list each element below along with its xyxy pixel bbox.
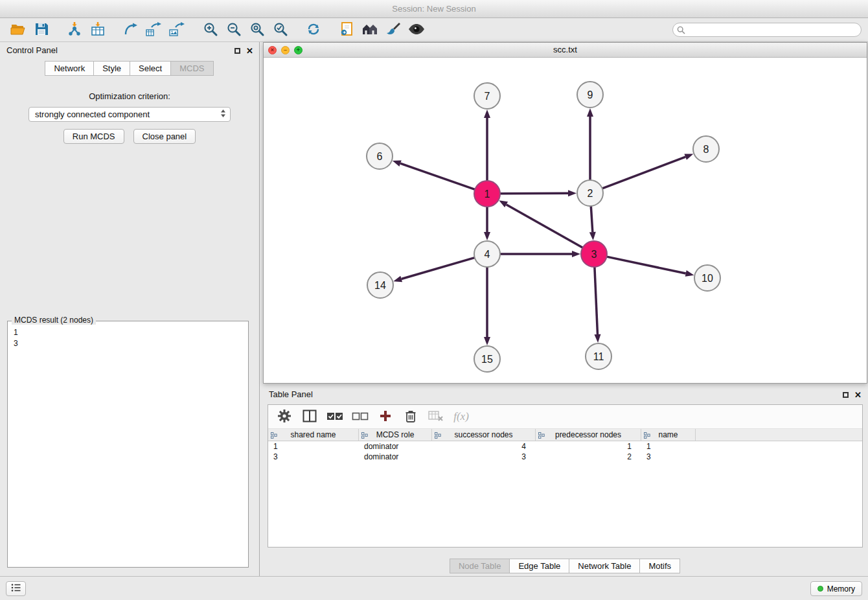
- function-builder-button: f(x): [453, 408, 470, 425]
- run-mcds-button[interactable]: Run MCDS: [63, 129, 124, 144]
- refresh-layout-button[interactable]: [302, 20, 325, 40]
- mcds-result-list[interactable]: 1 3: [8, 321, 248, 349]
- graph-edge-2-3[interactable]: [591, 206, 593, 232]
- save-session-button[interactable]: [30, 20, 53, 40]
- search-field[interactable]: [672, 23, 862, 37]
- table-row[interactable]: 3 dominator 3 2 3: [268, 452, 862, 462]
- cell-shared-name[interactable]: 3: [268, 452, 359, 461]
- graph-node-9[interactable]: 9: [577, 82, 603, 108]
- table-settings-button[interactable]: [276, 408, 293, 425]
- network-window-titlebar[interactable]: × – + scc.txt: [264, 43, 867, 58]
- tab-select[interactable]: Select: [130, 61, 171, 76]
- clone-network-button[interactable]: [335, 20, 358, 40]
- tab-style[interactable]: Style: [93, 61, 130, 76]
- close-window-button[interactable]: ×: [268, 46, 277, 54]
- eye-icon: [408, 23, 425, 37]
- tab-network[interactable]: Network: [45, 61, 94, 76]
- close-table-panel-icon[interactable]: ✕: [854, 391, 862, 399]
- column-header-shared-name[interactable]: shared name: [268, 429, 359, 441]
- import-table-button[interactable]: [86, 20, 109, 40]
- graph-node-6[interactable]: 6: [367, 143, 393, 169]
- close-panel-button[interactable]: Close panel: [133, 129, 196, 144]
- close-panel-icon[interactable]: ✕: [246, 47, 253, 55]
- graph-node-1[interactable]: 1: [474, 181, 500, 207]
- table-panel: Table Panel ✕ f(x) shared name MCDS role…: [263, 386, 867, 576]
- graph-node-2[interactable]: 2: [577, 180, 603, 206]
- graph-node-11[interactable]: 11: [586, 343, 611, 369]
- graph-edge-3-1[interactable]: [507, 205, 583, 248]
- graph-edge-1-2[interactable]: [500, 193, 568, 194]
- cell-mcds-role[interactable]: dominator: [359, 442, 432, 451]
- minimize-window-button[interactable]: –: [281, 46, 290, 54]
- graph-arrowhead-1-4: [484, 232, 490, 240]
- tab-edge-table[interactable]: Edge Table: [509, 559, 569, 573]
- cell-predecessor-nodes[interactable]: 1: [536, 442, 641, 451]
- tab-network-table[interactable]: Network Table: [569, 559, 640, 573]
- export-network-button[interactable]: [119, 20, 143, 40]
- zoom-out-button[interactable]: [222, 20, 246, 40]
- trash-icon: [404, 409, 417, 425]
- criterion-select[interactable]: strongly connected component: [29, 107, 231, 122]
- graph-node-8[interactable]: 8: [693, 136, 719, 162]
- cell-name[interactable]: 1: [641, 442, 696, 451]
- maximize-window-button[interactable]: +: [294, 46, 303, 54]
- tab-mcds[interactable]: MCDS: [170, 61, 213, 76]
- export-table-button[interactable]: [143, 20, 166, 40]
- zoom-in-button[interactable]: [199, 20, 222, 40]
- zoom-fit-button[interactable]: [246, 20, 269, 40]
- graph-edge-3-10[interactable]: [607, 257, 686, 273]
- graph-node-label: 1: [485, 189, 490, 200]
- open-session-button[interactable]: [6, 20, 30, 40]
- column-type-icon: [361, 432, 368, 441]
- column-label: predecessor nodes: [555, 430, 621, 439]
- cell-name[interactable]: 3: [641, 452, 696, 461]
- tab-motifs[interactable]: Motifs: [639, 559, 680, 573]
- table-panel-header: Table Panel ✕: [263, 386, 867, 403]
- task-history-button[interactable]: [6, 581, 26, 596]
- export-image-button[interactable]: [166, 20, 189, 40]
- graph-edge-2-8[interactable]: [602, 157, 686, 189]
- column-header-name[interactable]: name: [641, 429, 696, 441]
- table-row[interactable]: 1 dominator 4 1 1: [268, 441, 862, 452]
- zoom-selected-button[interactable]: [269, 20, 292, 40]
- search-input[interactable]: [672, 23, 862, 37]
- graph-arrowhead-4-14: [393, 276, 402, 283]
- cell-successor-nodes[interactable]: 3: [432, 452, 536, 461]
- show-columns-button[interactable]: [301, 408, 318, 425]
- graph-node-7[interactable]: 7: [474, 83, 500, 109]
- zoom-selected-icon: [273, 21, 288, 39]
- tab-node-table[interactable]: Node Table: [450, 559, 510, 573]
- import-network-button[interactable]: [63, 20, 86, 40]
- network-canvas[interactable]: 7968124314101511: [264, 58, 867, 383]
- cell-shared-name[interactable]: 1: [268, 442, 359, 451]
- float-panel-icon[interactable]: [234, 48, 240, 54]
- graph-edge-3-11[interactable]: [595, 267, 598, 334]
- graph-node-label: 3: [591, 249, 597, 260]
- home-layout-button[interactable]: [358, 20, 382, 40]
- result-line: 1: [14, 327, 248, 338]
- cell-mcds-role[interactable]: dominator: [359, 452, 432, 461]
- graph-node-15[interactable]: 15: [474, 346, 500, 372]
- graph-edge-1-6[interactable]: [400, 163, 475, 189]
- delete-column-button[interactable]: [402, 408, 419, 425]
- graph-edge-4-14[interactable]: [402, 258, 475, 279]
- float-table-panel-icon[interactable]: [843, 392, 849, 398]
- graph-node-4[interactable]: 4: [474, 241, 500, 267]
- column-header-predecessor-nodes[interactable]: predecessor nodes: [536, 429, 641, 441]
- cell-predecessor-nodes[interactable]: 2: [536, 452, 641, 461]
- deselect-all-button[interactable]: [352, 408, 369, 425]
- control-panel-tabs: NetworkStyleSelectMCDS: [0, 61, 259, 76]
- memory-button[interactable]: Memory: [810, 581, 862, 596]
- column-header-mcds-role[interactable]: MCDS role: [359, 429, 432, 441]
- graph-arrowhead-1-6: [393, 160, 402, 166]
- show-hide-button[interactable]: [405, 20, 428, 40]
- column-header-successor-nodes[interactable]: successor nodes: [432, 429, 536, 441]
- select-all-button[interactable]: [326, 408, 343, 425]
- cell-successor-nodes[interactable]: 4: [432, 442, 536, 451]
- graph-node-label: 10: [702, 273, 713, 284]
- add-column-button[interactable]: [377, 408, 394, 425]
- graph-node-3[interactable]: 3: [581, 241, 607, 267]
- style-brush-button[interactable]: [382, 20, 405, 40]
- graph-node-14[interactable]: 14: [367, 272, 393, 298]
- graph-node-10[interactable]: 10: [694, 265, 720, 291]
